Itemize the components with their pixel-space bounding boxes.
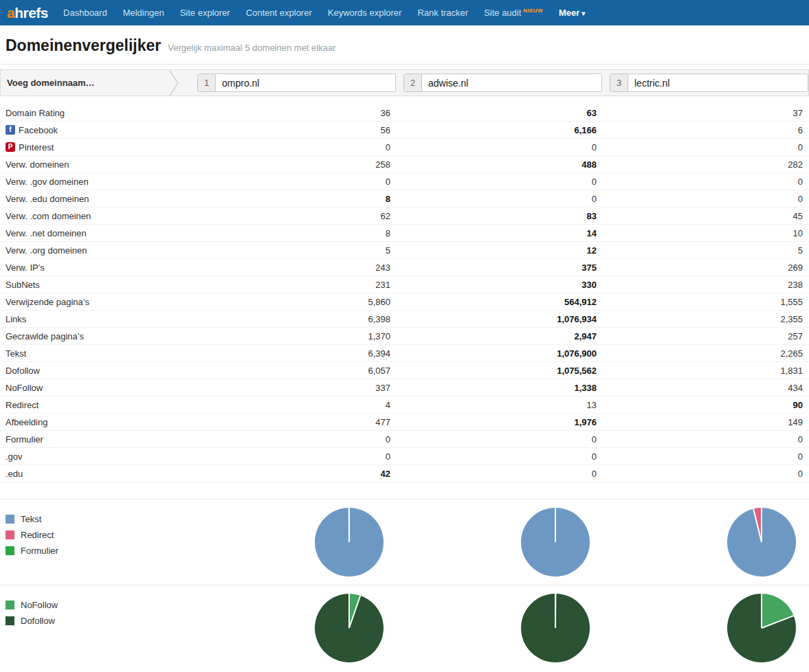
metric-value: 0 (390, 434, 597, 445)
table-row: Verw. .gov domeinen000 (0, 173, 809, 190)
metric-label: Tekst (5, 348, 184, 359)
metric-value: 269 (597, 262, 803, 273)
domain-index-badge: 2 (404, 74, 422, 91)
table-row: .gov000 (0, 448, 809, 465)
domain-input[interactable] (422, 74, 601, 91)
pie-chart (521, 594, 590, 662)
metric-value: 238 (597, 280, 803, 290)
domain-input-group: 1 (197, 74, 396, 92)
metric-label: Redirect (5, 400, 184, 410)
metric-value: 0 (390, 194, 597, 204)
domain-input[interactable] (628, 74, 808, 91)
metric-value: 488 (390, 159, 597, 170)
pie-cell-lectric.nl (597, 508, 803, 576)
metric-label: Dofollow (5, 366, 184, 376)
logo-a: a (7, 5, 14, 21)
logo-rest: hrefs (14, 5, 48, 21)
metric-label: NoFollow (5, 383, 184, 393)
domain-index-badge: 1 (198, 74, 216, 91)
legend-label: Tekst (21, 514, 41, 524)
metric-value: 56 (184, 125, 390, 135)
metric-value: 2,265 (597, 348, 803, 359)
pie-chart (521, 508, 590, 576)
metric-label: .gov (5, 451, 184, 462)
metric-value: 0 (390, 142, 597, 153)
legend-label: Formulier (21, 546, 58, 556)
nav-item-content-explorer[interactable]: Content explorer (246, 8, 312, 18)
metric-value: 0 (184, 142, 390, 153)
metric-label: Verw. .com domeinen (5, 211, 184, 221)
table-row: Dofollow6,0571,075,5621,831 (0, 362, 809, 379)
metric-value: 477 (184, 417, 390, 427)
nav-item-meer[interactable]: Meer ▾ (559, 8, 585, 18)
table-row: PPinterest000 (0, 139, 809, 156)
page-title: Domeinenvergelijker (5, 36, 161, 55)
metric-value: 2,947 (390, 331, 597, 341)
metric-value: 434 (597, 383, 803, 393)
compare-bar: Voeg domeinnaam… 123 (0, 69, 809, 96)
table-row: Links6,3981,076,9342,355 (0, 311, 809, 328)
metric-value: 14 (390, 228, 597, 238)
metric-value: 42 (184, 469, 390, 479)
table-row: .edu4200 (0, 465, 809, 482)
metric-value: 5,860 (184, 297, 390, 307)
metric-value: 45 (597, 211, 803, 221)
domain-inputs: 123 (197, 74, 808, 92)
metric-value: 0 (184, 451, 390, 462)
nav-item-rank-tracker[interactable]: Rank tracker (417, 8, 468, 18)
nav-item-site-audit[interactable]: Site auditNIEUW (484, 8, 543, 18)
metric-value: 2,355 (597, 314, 803, 324)
metric-value: 1,076,900 (390, 348, 597, 359)
pie-chart (315, 594, 384, 662)
table-row: Verw. .edu domeinen800 (0, 190, 809, 208)
metric-value: 0 (597, 142, 803, 153)
metric-value: 0 (597, 451, 803, 462)
metric-value: 0 (597, 469, 803, 479)
metric-label: Afbeelding (5, 417, 184, 427)
add-domain-section: Voeg domeinnaam… (1, 70, 179, 96)
legend-item-redirect: Redirect (5, 530, 184, 540)
ahrefs-logo[interactable]: ahrefs (7, 5, 48, 21)
metric-value: 62 (184, 211, 390, 221)
nav-items: DashboardMeldingenSite explorerContent e… (63, 8, 601, 18)
table-row: Verw. .com domeinen628345 (0, 208, 809, 225)
metric-value: 0 (597, 194, 803, 204)
domain-input-group: 2 (403, 74, 602, 92)
nav-item-meldingen[interactable]: Meldingen (123, 8, 164, 18)
metric-value: 0 (597, 434, 803, 445)
nav-item-dashboard[interactable]: Dashboard (63, 8, 107, 18)
table-row: Redirect41390 (0, 396, 809, 414)
facebook-icon: f (5, 125, 15, 135)
table-row: Verw. .org domeinen5125 (0, 242, 809, 259)
metric-value: 83 (390, 211, 597, 221)
metric-value: 8 (184, 194, 390, 204)
legend-item-nofollow: NoFollow (5, 600, 184, 610)
page-header: Domeinenvergelijker Vergelijk maximaal 5… (0, 25, 809, 65)
metric-value: 1,976 (390, 417, 597, 427)
legend-swatch (5, 616, 14, 625)
metric-value: 12 (390, 245, 597, 256)
metric-label: PPinterest (5, 142, 184, 153)
metric-value: 13 (390, 400, 597, 410)
metric-label: Verw. .org domeinen (5, 245, 184, 256)
metric-value: 63 (390, 108, 597, 118)
metric-label: .edu (5, 469, 184, 479)
metric-label: Verw. domeinen (5, 159, 184, 170)
metric-value: 0 (390, 469, 597, 479)
metric-value: 6,398 (184, 314, 390, 324)
pie-chart-row: TekstRedirectFormulier (0, 499, 809, 585)
metric-label: Formulier (5, 434, 184, 445)
chart-legend: NoFollowDofollow (5, 594, 184, 626)
nav-item-keywords-explorer[interactable]: Keywords explorer (328, 8, 402, 18)
metric-value: 149 (597, 417, 803, 427)
metric-value: 1,075,562 (390, 366, 597, 376)
nieuw-badge: NIEUW (523, 8, 543, 14)
domain-input-group: 3 (610, 74, 808, 92)
nav-item-site-explorer[interactable]: Site explorer (180, 8, 230, 18)
metric-value: 1,831 (597, 366, 803, 376)
table-row: Afbeelding4771,976149 (0, 414, 809, 431)
legend-swatch (5, 546, 14, 555)
domain-input[interactable] (216, 74, 395, 91)
metric-value: 337 (184, 383, 390, 393)
metric-value: 4 (184, 400, 390, 410)
